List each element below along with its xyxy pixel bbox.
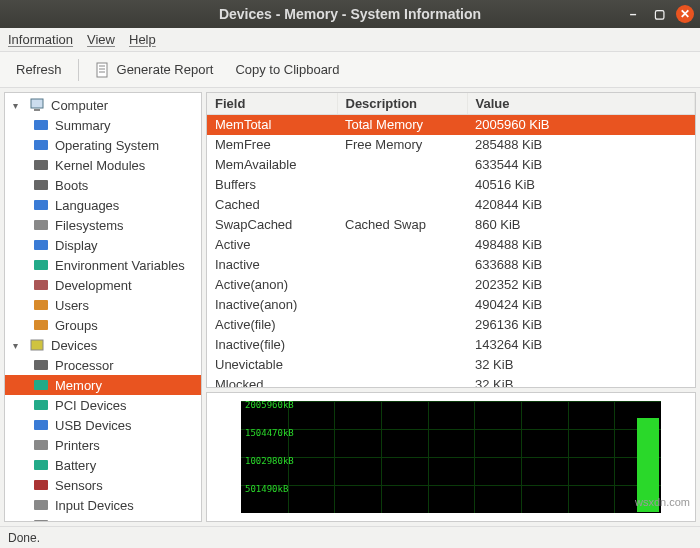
tree-icon	[33, 277, 49, 293]
generate-report-button[interactable]: Generate Report	[89, 59, 220, 81]
close-button[interactable]: ✕	[676, 5, 694, 23]
sidebar-item-env[interactable]: Environment Variables	[5, 255, 201, 275]
table-row[interactable]: SwapCachedCached Swap860 KiB	[207, 215, 695, 235]
memory-table[interactable]: Field Description Value MemTotalTotal Me…	[206, 92, 696, 388]
tree-label: Processor	[55, 358, 114, 373]
cell-field: MemTotal	[207, 115, 337, 135]
cell-desc: Cached Swap	[337, 215, 467, 235]
table-row[interactable]: Inactive(file)143264 KiB	[207, 335, 695, 355]
svg-rect-15	[34, 360, 48, 370]
svg-rect-13	[34, 320, 48, 330]
table-row[interactable]: MemAvailable633544 KiB	[207, 155, 695, 175]
sidebar-item-pci[interactable]: PCI Devices	[5, 395, 201, 415]
copy-clipboard-button[interactable]: Copy to Clipboard	[229, 59, 345, 80]
table-row[interactable]: MemFreeFree Memory285488 KiB	[207, 135, 695, 155]
sidebar-item-boots[interactable]: Boots	[5, 175, 201, 195]
sidebar-item-filesystems[interactable]: Filesystems	[5, 215, 201, 235]
cell-desc	[337, 175, 467, 195]
cell-value: 143264 KiB	[467, 335, 695, 355]
cell-value: 40516 KiB	[467, 175, 695, 195]
cell-field: Inactive(file)	[207, 335, 337, 355]
sidebar-item-languages[interactable]: Languages	[5, 195, 201, 215]
sidebar-item-os[interactable]: Operating System	[5, 135, 201, 155]
svg-rect-4	[34, 140, 48, 150]
chevron-down-icon: ▾	[13, 340, 23, 351]
sidebar-item-input[interactable]: Input Devices	[5, 495, 201, 515]
cell-value: 2005960 KiB	[467, 115, 695, 135]
col-field[interactable]: Field	[207, 93, 337, 115]
refresh-button[interactable]: Refresh	[10, 59, 68, 80]
table-row[interactable]: Active(anon)202352 KiB	[207, 275, 695, 295]
cell-value: 633544 KiB	[467, 155, 695, 175]
cell-value: 498488 KiB	[467, 235, 695, 255]
tree-icon	[33, 157, 49, 173]
svg-rect-18	[34, 420, 48, 430]
tree-icon	[33, 317, 49, 333]
table-row[interactable]: Unevictable32 KiB	[207, 355, 695, 375]
tree-label: Memory	[55, 378, 102, 393]
sidebar-item-usb[interactable]: USB Devices	[5, 415, 201, 435]
sidebar-item-memory[interactable]: Memory	[5, 375, 201, 395]
sidebar-item-groups[interactable]: Groups	[5, 315, 201, 335]
svg-rect-10	[34, 260, 48, 270]
col-description[interactable]: Description	[337, 93, 467, 115]
table-row[interactable]: Active(file)296136 KiB	[207, 315, 695, 335]
tree-icon	[33, 357, 49, 373]
tree-label: Input Devices	[55, 498, 134, 513]
svg-rect-9	[34, 240, 48, 250]
tree-label: USB Devices	[55, 418, 132, 433]
sidebar-item-display[interactable]: Display	[5, 235, 201, 255]
sidebar-item-dev[interactable]: Development	[5, 275, 201, 295]
tree-label: Groups	[55, 318, 98, 333]
sidebar-item-kernel[interactable]: Kernel Modules	[5, 155, 201, 175]
tree-label: Boots	[55, 178, 88, 193]
menu-view[interactable]: View	[87, 32, 115, 47]
table-row[interactable]: Inactive633688 KiB	[207, 255, 695, 275]
svg-rect-1	[31, 99, 43, 108]
sidebar-item-printers[interactable]: Printers	[5, 435, 201, 455]
table-row[interactable]: MemTotalTotal Memory2005960 KiB	[207, 115, 695, 135]
table-row[interactable]: Cached420844 KiB	[207, 195, 695, 215]
tree-icon	[33, 477, 49, 493]
cell-field: MemFree	[207, 135, 337, 155]
tree-root-computer[interactable]: ▾Computer	[5, 95, 201, 115]
tree-label: Development	[55, 278, 132, 293]
svg-rect-19	[34, 440, 48, 450]
col-value[interactable]: Value	[467, 93, 695, 115]
svg-rect-11	[34, 280, 48, 290]
minimize-button[interactable]: –	[624, 5, 642, 23]
sidebar-item-sensors[interactable]: Sensors	[5, 475, 201, 495]
maximize-button[interactable]: ▢	[650, 5, 668, 23]
sidebar-item-users[interactable]: Users	[5, 295, 201, 315]
tree-root-devices[interactable]: ▾Devices	[5, 335, 201, 355]
navigation-tree[interactable]: ▾ComputerSummaryOperating SystemKernel M…	[4, 92, 202, 522]
watermark: wsxdn.com	[635, 496, 690, 508]
cell-value: 860 KiB	[467, 215, 695, 235]
svg-rect-16	[34, 380, 48, 390]
cell-field: Inactive(anon)	[207, 295, 337, 315]
table-row[interactable]: Inactive(anon)490424 KiB	[207, 295, 695, 315]
table-row[interactable]: Active498488 KiB	[207, 235, 695, 255]
tree-label: PCI Devices	[55, 398, 127, 413]
cell-desc	[337, 255, 467, 275]
svg-rect-5	[34, 160, 48, 170]
sidebar-item-processor[interactable]: Processor	[5, 355, 201, 375]
tree-label: Storage	[55, 518, 101, 523]
cell-field: Active(file)	[207, 315, 337, 335]
tree-label: Kernel Modules	[55, 158, 145, 173]
svg-rect-21	[34, 480, 48, 490]
svg-rect-7	[34, 200, 48, 210]
sidebar-item-summary[interactable]: Summary	[5, 115, 201, 135]
svg-rect-2	[34, 109, 40, 111]
menu-help[interactable]: Help	[129, 32, 156, 47]
tree-icon	[33, 297, 49, 313]
sidebar-item-storage[interactable]: Storage	[5, 515, 201, 522]
memory-graph: 2005960kB1504470kB1002980kB501490kB	[206, 392, 696, 522]
table-row[interactable]: Buffers40516 KiB	[207, 175, 695, 195]
table-row[interactable]: Mlocked32 KiB	[207, 375, 695, 389]
sidebar-item-battery[interactable]: Battery	[5, 455, 201, 475]
devices-icon	[29, 337, 45, 353]
cell-field: Inactive	[207, 255, 337, 275]
cell-value: 420844 KiB	[467, 195, 695, 215]
menu-information[interactable]: Information	[8, 32, 73, 47]
